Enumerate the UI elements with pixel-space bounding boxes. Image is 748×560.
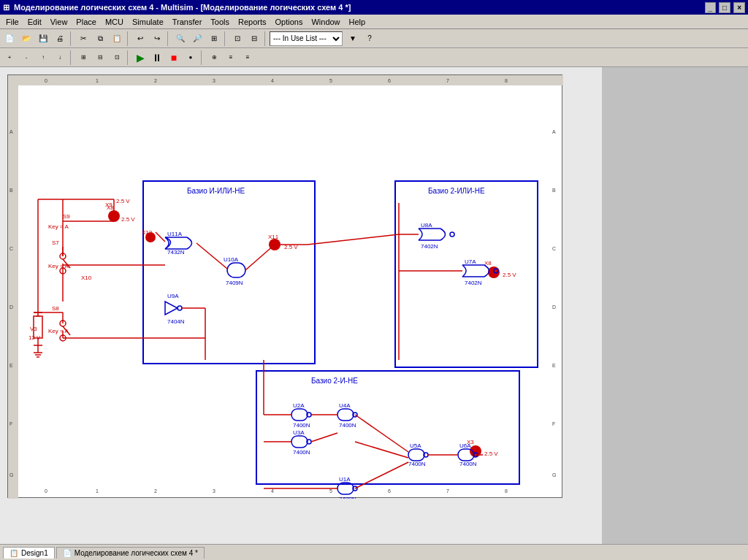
svg-text:7402N: 7402N xyxy=(421,243,438,250)
print-btn[interactable]: 🖨 xyxy=(52,31,68,47)
svg-text:U9A: U9A xyxy=(167,293,179,299)
redo-btn[interactable]: ↪ xyxy=(149,31,165,47)
inuse-container: --- In Use List --- ▼ xyxy=(270,31,361,47)
menu-place[interactable]: Place xyxy=(72,16,101,28)
menu-mcu[interactable]: MCU xyxy=(101,16,128,28)
t2-btn1[interactable]: + xyxy=(1,50,18,66)
pause-btn[interactable]: ⏸ xyxy=(149,50,165,66)
wire-btn[interactable]: ⊟ xyxy=(246,31,262,47)
close-btn[interactable]: × xyxy=(733,2,745,13)
svg-text:A: A xyxy=(9,129,13,134)
sep2 xyxy=(127,31,130,46)
t2-btn6[interactable]: ⊟ xyxy=(92,50,108,66)
sep3 xyxy=(167,31,170,46)
menu-view[interactable]: View xyxy=(46,16,72,28)
svg-text:7400N: 7400N xyxy=(339,496,356,499)
sep1 xyxy=(70,31,73,46)
svg-text:E: E xyxy=(9,363,13,368)
maximize-btn[interactable]: □ xyxy=(719,2,730,13)
tab-design1[interactable]: 📋 Design1 xyxy=(3,547,55,559)
title-text: Моделирование логических схем 4 - Multis… xyxy=(14,3,351,12)
menu-window[interactable]: Window xyxy=(307,16,344,28)
svg-text:S9: S9 xyxy=(63,213,70,220)
svg-text:7400N: 7400N xyxy=(459,461,477,467)
svg-text:2.5 V: 2.5 V xyxy=(503,272,516,278)
menu-transfer[interactable]: Transfer xyxy=(168,16,207,28)
t2-btn4[interactable]: ↓ xyxy=(52,50,68,66)
undo-btn[interactable]: ↩ xyxy=(132,31,148,47)
open-btn[interactable]: 📂 xyxy=(18,31,34,47)
svg-rect-0 xyxy=(8,75,563,85)
t2-btn11[interactable]: ≡ xyxy=(240,50,256,66)
toolbar-simulation: + - ↑ ↓ ⊞ ⊟ ⊡ ▶ ⏸ ■ ● ⊕ ≡ ≡ xyxy=(0,48,748,67)
paste-btn[interactable]: 📋 xyxy=(109,31,125,47)
svg-text:G: G xyxy=(552,472,556,477)
comp-btn[interactable]: ⊡ xyxy=(229,31,245,47)
inuse-list[interactable]: --- In Use List --- xyxy=(270,31,343,46)
minimize-btn[interactable]: _ xyxy=(705,2,717,13)
svg-text:4: 4 xyxy=(271,78,274,83)
app-icon: ⊞ xyxy=(3,3,9,12)
svg-text:1: 1 xyxy=(96,488,99,494)
svg-rect-34 xyxy=(18,85,549,487)
svg-text:7400N: 7400N xyxy=(293,449,310,456)
svg-text:U2A: U2A xyxy=(293,402,305,409)
menubar: File Edit View Place MCU Simulate Transf… xyxy=(0,15,748,29)
svg-text:Key = A: Key = A xyxy=(48,263,69,269)
menu-simulate[interactable]: Simulate xyxy=(128,16,168,28)
menu-edit[interactable]: Edit xyxy=(23,16,46,28)
main-area: 0 1 2 3 4 5 6 7 8 A B C D E F G A B xyxy=(0,67,748,544)
titlebar: ⊞ Моделирование логических схем 4 - Mult… xyxy=(0,0,748,15)
t2-btn10[interactable]: ≡ xyxy=(223,50,239,66)
toolbar-standard: 📄 📂 💾 🖨 ✂ ⧉ 📋 ↩ ↪ 🔍 🔎 ⊞ ⊡ ⊟ --- In Use L… xyxy=(0,29,748,48)
zoom-fit-btn[interactable]: ⊞ xyxy=(206,31,222,47)
svg-text:3: 3 xyxy=(213,488,215,494)
t2-btn3[interactable]: ↑ xyxy=(35,50,51,66)
svg-text:7432N: 7432N xyxy=(167,249,185,256)
zoom-in-btn[interactable]: 🔍 xyxy=(172,31,188,47)
stop-btn[interactable]: ■ xyxy=(166,50,182,66)
svg-text:7400N: 7400N xyxy=(339,422,356,429)
menu-reports[interactable]: Reports xyxy=(234,16,271,28)
right-panel xyxy=(602,67,748,544)
schematic-sheet[interactable]: 0 1 2 3 4 5 6 7 8 A B C D E F G A B xyxy=(7,74,562,498)
menu-file[interactable]: File xyxy=(1,16,23,28)
t2-btn2[interactable]: - xyxy=(18,50,34,66)
svg-text:6: 6 xyxy=(388,78,391,83)
menu-options[interactable]: Options xyxy=(271,16,308,28)
zoom-out-btn[interactable]: 🔎 xyxy=(189,31,205,47)
copy-btn[interactable]: ⧉ xyxy=(92,31,108,47)
svg-text:1: 1 xyxy=(96,78,99,83)
save-btn[interactable]: 💾 xyxy=(35,31,51,47)
svg-text:7409N: 7409N xyxy=(226,280,243,286)
new-btn[interactable]: 📄 xyxy=(1,31,18,47)
svg-text:2: 2 xyxy=(154,78,157,83)
canvas-area[interactable]: 0 1 2 3 4 5 6 7 8 A B C D E F G A B xyxy=(0,67,602,544)
t2-btn5[interactable]: ⊞ xyxy=(75,50,91,66)
svg-text:7404N: 7404N xyxy=(167,318,185,325)
t2-btn7[interactable]: ⊡ xyxy=(109,50,125,66)
statusbar: 📋 Design1 📄 Моделирование логических схе… xyxy=(0,544,748,560)
svg-text:G: G xyxy=(9,472,13,477)
menu-help[interactable]: Help xyxy=(345,16,370,28)
menu-tools[interactable]: Tools xyxy=(206,16,234,28)
t2-btn9[interactable]: ⊕ xyxy=(206,50,222,66)
svg-text:Базио 2-И-НЕ: Базио 2-И-НЕ xyxy=(311,377,358,385)
sep5 xyxy=(264,31,267,46)
run-btn[interactable]: ▶ xyxy=(132,50,148,66)
svg-text:7402N: 7402N xyxy=(465,280,482,286)
help-btn[interactable]: ? xyxy=(362,31,378,47)
t2-btn8[interactable]: ● xyxy=(183,50,199,66)
svg-text:Key = A: Key = A xyxy=(48,223,69,230)
svg-text:U5A: U5A xyxy=(410,442,421,449)
inuse-dropdown[interactable]: ▼ xyxy=(345,31,361,47)
svg-text:U6A: U6A xyxy=(459,442,471,449)
svg-text:0: 0 xyxy=(45,78,47,83)
tab-schematic[interactable]: 📄 Моделирование логических схем 4 * xyxy=(56,547,205,559)
cut-btn[interactable]: ✂ xyxy=(75,31,91,47)
svg-text:7: 7 xyxy=(446,78,449,83)
design1-icon: 📋 xyxy=(9,549,18,557)
svg-text:E: E xyxy=(552,363,556,368)
svg-text:S7: S7 xyxy=(52,239,59,246)
svg-text:S8: S8 xyxy=(52,305,59,312)
